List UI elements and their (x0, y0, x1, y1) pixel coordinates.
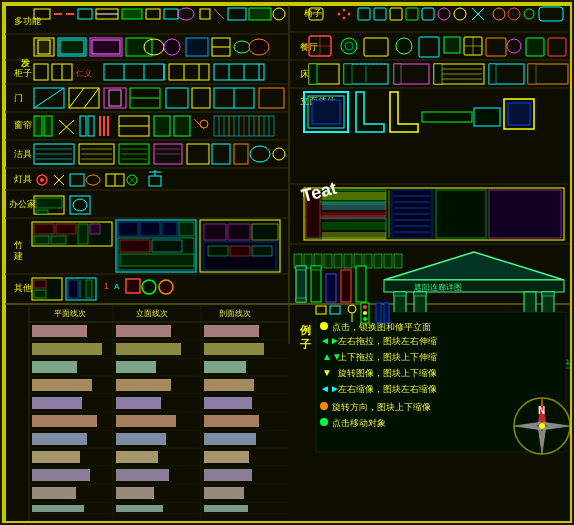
svg-rect-289 (344, 64, 352, 84)
svg-rect-147 (34, 224, 54, 234)
svg-text:子: 子 (300, 338, 311, 350)
svg-point-127 (86, 175, 100, 185)
svg-point-29 (164, 39, 180, 55)
svg-line-58 (84, 88, 99, 108)
svg-point-118 (250, 146, 270, 162)
svg-rect-345 (384, 254, 392, 268)
svg-rect-239 (204, 487, 244, 499)
svg-marker-347 (384, 252, 564, 280)
svg-rect-241 (32, 505, 84, 512)
svg-line-15 (214, 9, 224, 19)
svg-rect-409 (384, 303, 389, 323)
svg-rect-231 (204, 451, 249, 463)
svg-rect-242 (116, 505, 163, 512)
svg-rect-341 (344, 254, 352, 268)
svg-text:窗帘: 窗帘 (14, 120, 32, 130)
svg-rect-82 (174, 116, 190, 136)
svg-point-183 (159, 280, 173, 294)
svg-rect-309 (474, 108, 500, 126)
svg-point-258 (454, 8, 466, 20)
svg-rect-160 (152, 240, 182, 252)
svg-rect-311 (508, 103, 530, 125)
svg-rect-367 (311, 266, 321, 270)
svg-rect-115 (187, 144, 209, 164)
svg-rect-281 (526, 38, 544, 56)
svg-rect-331 (322, 202, 386, 210)
svg-rect-16 (228, 8, 246, 20)
svg-rect-344 (374, 254, 382, 268)
svg-rect-7 (78, 9, 92, 19)
svg-point-261 (493, 8, 505, 20)
svg-rect-346 (394, 254, 402, 268)
svg-point-142 (73, 199, 87, 211)
svg-rect-234 (116, 469, 169, 481)
svg-rect-215 (204, 379, 254, 391)
svg-rect-202 (116, 325, 171, 337)
svg-rect-354 (414, 292, 426, 296)
svg-rect-282 (548, 38, 566, 56)
svg-text:N: N (538, 405, 545, 416)
svg-rect-48 (214, 64, 264, 80)
svg-rect-167 (208, 246, 228, 256)
svg-rect-213 (32, 379, 92, 391)
svg-rect-252 (358, 8, 370, 20)
svg-rect-71 (44, 116, 52, 136)
svg-rect-156 (162, 222, 177, 236)
svg-rect-75 (88, 116, 94, 136)
svg-text:剖面线次: 剖面线次 (219, 309, 251, 318)
svg-line-57 (69, 88, 84, 108)
svg-rect-253 (374, 8, 386, 20)
svg-text:仁义: 仁义 (76, 69, 92, 78)
svg-rect-63 (166, 88, 188, 108)
svg-point-374 (320, 322, 328, 330)
svg-rect-60 (109, 90, 121, 106)
svg-rect-161 (120, 254, 194, 266)
svg-text:1: 1 (104, 281, 109, 291)
svg-text:床: 床 (300, 69, 309, 79)
svg-point-386 (320, 418, 328, 426)
svg-rect-126 (70, 174, 84, 186)
svg-rect-37 (34, 64, 48, 80)
svg-rect-64 (192, 88, 210, 108)
svg-rect-229 (32, 451, 80, 463)
svg-rect-176 (68, 280, 78, 298)
svg-rect-339 (324, 254, 332, 268)
svg-rect-45 (169, 64, 209, 80)
svg-rect-133 (149, 176, 161, 186)
svg-rect-254 (390, 8, 402, 20)
svg-text:左右缩像，图块左右缩像: 左右缩像，图块左右缩像 (338, 384, 437, 394)
svg-rect-286 (309, 64, 317, 84)
svg-rect-11 (146, 9, 160, 19)
svg-rect-328 (489, 190, 561, 238)
svg-rect-363 (296, 266, 306, 302)
svg-point-33 (234, 41, 250, 53)
svg-point-84 (200, 120, 208, 128)
svg-text:A: A (114, 282, 120, 291)
svg-point-257 (438, 8, 450, 20)
svg-text:洁具: 洁具 (14, 149, 32, 159)
svg-rect-264 (539, 7, 563, 21)
svg-text:◄►: ◄► (320, 383, 340, 394)
svg-rect-41 (104, 64, 164, 80)
svg-rect-230 (116, 451, 158, 463)
svg-point-273 (396, 38, 412, 54)
svg-rect-168 (230, 246, 250, 256)
svg-rect-226 (116, 433, 166, 445)
svg-rect-348 (384, 280, 564, 292)
svg-text:多功能: 多功能 (14, 16, 41, 26)
cad-canvas: 多功能 沙发 柜子 (4, 4, 572, 523)
svg-rect-222 (116, 415, 176, 427)
svg-rect-256 (422, 8, 434, 20)
svg-rect-227 (204, 433, 256, 445)
svg-rect-205 (32, 343, 102, 355)
svg-rect-23 (58, 38, 86, 56)
svg-point-250 (343, 9, 346, 12)
svg-rect-74 (80, 116, 86, 136)
svg-rect-272 (364, 38, 388, 56)
svg-rect-178 (86, 280, 92, 298)
svg-rect-139 (36, 198, 62, 208)
svg-rect-211 (204, 361, 246, 373)
svg-rect-59 (104, 88, 126, 108)
svg-rect-152 (51, 236, 66, 244)
svg-rect-217 (32, 397, 82, 409)
